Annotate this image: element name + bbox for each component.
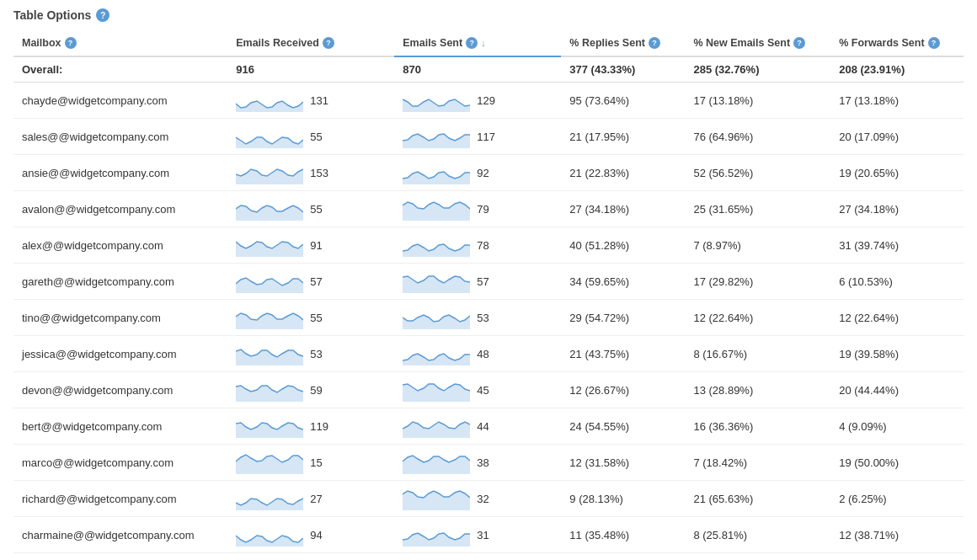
cell-mailbox: ansie@@widgetcompany.com <box>13 155 227 191</box>
sparkline-svg <box>236 414 303 438</box>
sparkline-svg <box>403 414 470 438</box>
cell-forwards: 12 (38.71%) <box>830 517 964 553</box>
cell-forwards: 19 (20.65%) <box>830 155 964 191</box>
table-row: tino@@widgetcompany.com 55 53 29 (54.72%… <box>13 300 964 336</box>
cell-received: 57 <box>227 264 394 300</box>
cell-sent: 129 <box>394 83 561 119</box>
cell-received: 91 <box>227 227 394 264</box>
cell-mailbox: jessica@@widgetcompany.com <box>13 336 227 372</box>
cell-new: 52 (56.52%) <box>685 155 830 191</box>
cell-mailbox: tino@@widgetcompany.com <box>13 300 227 336</box>
cell-sent: 38 <box>394 445 561 481</box>
table-options-info-icon[interactable]: ? <box>96 8 109 22</box>
forwards-info-btn[interactable]: ? <box>928 37 940 49</box>
sent-info-btn[interactable]: ? <box>466 37 478 49</box>
cell-received: 119 <box>227 408 394 445</box>
sparkline-svg <box>236 88 303 112</box>
sparkline-svg <box>236 269 303 293</box>
cell-replies: 29 (54.72%) <box>561 300 685 336</box>
cell-sent: 53 <box>394 300 561 336</box>
cell-replies: 12 (26.67%) <box>561 372 685 408</box>
cell-received: 55 <box>227 191 394 227</box>
cell-replies: 95 (73.64%) <box>561 83 685 119</box>
table-options-title: Table Options <box>13 8 91 22</box>
cell-replies: 21 (22.83%) <box>561 155 685 191</box>
overall-replies: 377 (43.33%) <box>561 56 685 83</box>
cell-new: 7 (18.42%) <box>685 445 830 481</box>
col-header-replies: % Replies Sent ? <box>561 30 685 56</box>
cell-forwards: 2 (6.25%) <box>830 481 964 517</box>
overall-label: Overall: <box>13 56 227 83</box>
table-row: ansie@@widgetcompany.com 153 92 21 (22.8… <box>13 155 964 191</box>
table-header-row: Mailbox ? Emails Received ? Emails Sent … <box>13 30 964 56</box>
cell-replies: 24 (54.55%) <box>561 408 685 445</box>
cell-mailbox: richard@@widgetcompany.com <box>13 481 227 517</box>
cell-replies: 21 (43.75%) <box>561 336 685 372</box>
cell-mailbox: sales@@widgetcompany.com <box>13 119 227 155</box>
overall-row: Overall: 916 870 377 (43.33%) 285 (32.76… <box>13 56 964 83</box>
sparkline-svg <box>403 197 470 221</box>
cell-new: 13 (28.89%) <box>685 372 830 408</box>
cell-received: 55 <box>227 119 394 155</box>
cell-new: 76 (64.96%) <box>685 119 830 155</box>
cell-mailbox: chayde@widgetcompany.com <box>13 83 227 119</box>
sparkline-svg <box>403 161 470 184</box>
received-info-btn[interactable]: ? <box>323 37 334 49</box>
cell-sent: 57 <box>394 264 561 300</box>
cell-forwards: 19 (39.58%) <box>830 336 964 372</box>
cell-forwards: 17 (13.18%) <box>830 83 964 119</box>
cell-received: 23 <box>227 553 394 561</box>
cell-replies: 27 (34.18%) <box>561 191 685 227</box>
cell-new: 0 (0.00%) <box>685 553 830 561</box>
table-row: chayde@widgetcompany.com 131 129 95 (73.… <box>13 83 964 119</box>
data-table: Mailbox ? Emails Received ? Emails Sent … <box>13 30 964 560</box>
cell-forwards: 20 (17.09%) <box>830 119 964 155</box>
cell-mailbox: gareth@@widgetcompany.com <box>13 264 227 300</box>
sparkline-svg <box>236 342 303 365</box>
sparkline-svg <box>403 306 470 329</box>
table-row: avalon@@widgetcompany.com 55 79 27 (34.1… <box>13 191 964 227</box>
sparkline-svg <box>403 487 470 510</box>
cell-replies: 11 (35.48%) <box>561 517 685 553</box>
cell-mailbox: marco@@widgetcompany.com <box>13 445 227 481</box>
col-header-sent[interactable]: Emails Sent ? ↓ <box>394 30 561 56</box>
sparkline-svg <box>236 233 303 257</box>
cell-sent: 117 <box>394 119 561 155</box>
col-header-mailbox: Mailbox ? <box>13 30 227 56</box>
mailbox-info-btn[interactable]: ? <box>65 37 77 49</box>
cell-replies: 9 (28.13%) <box>561 481 685 517</box>
replies-info-btn[interactable]: ? <box>649 37 660 49</box>
cell-forwards: 12 (22.64%) <box>830 300 964 336</box>
new-info-btn[interactable]: ? <box>793 37 805 49</box>
cell-replies: 12 (31.58%) <box>561 445 685 481</box>
sparkline-svg <box>236 378 303 402</box>
sparkline-svg <box>403 233 470 257</box>
col-header-forwards: % Forwards Sent ? <box>830 30 964 56</box>
table-row: alex@@widgetcompany.com 91 78 40 (51.28%… <box>13 227 964 264</box>
sparkline-svg <box>403 342 470 365</box>
sparkline-svg <box>236 161 303 184</box>
sparkline-svg <box>403 523 470 547</box>
cell-sent: 78 <box>394 227 561 264</box>
cell-new: 21 (65.63%) <box>685 481 830 517</box>
overall-received: 916 <box>227 56 394 83</box>
sparkline-svg <box>403 378 470 402</box>
sort-desc-icon: ↓ <box>481 38 486 48</box>
cell-new: 12 (22.64%) <box>685 300 830 336</box>
table-row: bert@@widgetcompany.com 119 44 24 (54.55… <box>13 408 964 445</box>
cell-received: 15 <box>227 445 394 481</box>
cell-sent: 31 <box>394 517 561 553</box>
cell-new: 7 (8.97%) <box>685 227 830 264</box>
sparkline-svg <box>403 451 470 474</box>
table-row: sales@@widgetcompany.com 55 117 21 (17.9… <box>13 119 964 155</box>
table-row: bernard@@widgetcompany.com 23 15 15 (100… <box>13 553 964 561</box>
cell-mailbox: devon@@widgetcompany.com <box>13 372 227 408</box>
cell-replies: 40 (51.28%) <box>561 227 685 264</box>
table-row: marco@@widgetcompany.com 15 38 12 (31.58… <box>13 445 964 481</box>
cell-forwards: 4 (9.09%) <box>830 408 964 445</box>
overall-forwards: 208 (23.91%) <box>830 56 964 83</box>
cell-forwards: 6 (10.53%) <box>830 264 964 300</box>
sparkline-svg <box>236 451 303 474</box>
cell-received: 131 <box>227 83 394 119</box>
cell-received: 55 <box>227 300 394 336</box>
